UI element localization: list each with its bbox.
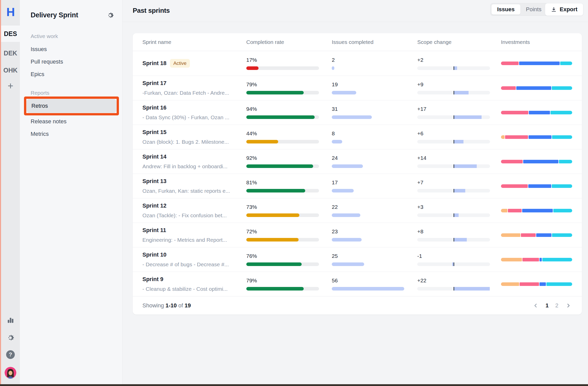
scope-center-tick	[454, 140, 454, 143]
investments-bar	[501, 233, 572, 237]
table-row[interactable]: Sprint 18Active17%2+2	[133, 51, 582, 76]
workspace-rail: H DES DEK OHK + ?	[1, 0, 20, 386]
sprint-subtitle: Andrew: Fill in backlog + onboardi...	[142, 163, 246, 170]
scope-center-tick	[454, 287, 454, 291]
sidebar-item-release-notes[interactable]: Release notes	[31, 118, 67, 125]
workspace-tab-dek[interactable]: DEK	[1, 45, 20, 61]
investment-segment-blue	[516, 86, 552, 90]
metrics-rail-button[interactable]	[1, 316, 20, 324]
showing-range: 1-10	[166, 302, 177, 309]
completion-cell: 17%	[246, 57, 332, 70]
table-footer: Showing 1-10 of 19 1 2	[133, 296, 582, 315]
showing-summary: Showing 1-10 of 19	[142, 302, 191, 309]
investment-segment-pink	[501, 184, 528, 188]
sidebar-item-pull-requests[interactable]: Pull requests	[31, 58, 63, 65]
chevron-right-icon[interactable]	[565, 302, 572, 309]
scope-change-cell: +8	[417, 228, 501, 242]
sprints-table-card: Sprint name Completion rate Issues compl…	[133, 33, 582, 315]
table-row[interactable]: Sprint 13Ozan, Furkan, Kan: static repor…	[133, 174, 582, 198]
showing-total: 19	[185, 302, 191, 309]
investment-segment-cyan	[550, 111, 572, 114]
issues-completed-cell: 22	[332, 204, 417, 217]
sidebar-item-metrics[interactable]: Metrics	[31, 131, 49, 137]
annotation-highlight-box: Retros	[24, 96, 119, 115]
issues-completed-value: 25	[332, 253, 417, 259]
add-workspace-button[interactable]: +	[1, 80, 20, 91]
investment-segment-pink	[501, 160, 523, 163]
table-row[interactable]: Sprint 15Ozan (block): 1. Bugs 2. Milest…	[133, 125, 582, 149]
completion-bar-fill	[246, 91, 304, 94]
issues-completed-value: 17	[332, 179, 417, 186]
completion-bar-fill	[246, 262, 302, 266]
sprint-name: Sprint 11	[142, 227, 166, 234]
table-row[interactable]: Sprint 9- Cleanup & stabilize - Cost opt…	[133, 272, 582, 296]
investments-cell	[501, 184, 572, 188]
scope-change-value: -1	[417, 253, 501, 259]
sprint-name-cell: Sprint 11Engineering: - Metrics and Repo…	[142, 227, 246, 243]
avatar-image	[5, 367, 16, 379]
completion-cell: 72%	[246, 228, 332, 242]
scope-change-fill	[454, 287, 490, 291]
page-number-2[interactable]: 2	[555, 302, 558, 309]
sprint-name-cell: Sprint 9- Cleanup & stabilize - Cost opt…	[142, 276, 246, 292]
scope-change-cell: +22	[417, 278, 501, 291]
sprint-subtitle: Engineering: - Metrics and Report...	[142, 237, 246, 243]
completion-cell: 79%	[246, 81, 332, 94]
toggle-issues[interactable]: Issues	[492, 4, 520, 15]
completion-value: 94%	[246, 106, 332, 112]
workspace-tab-des[interactable]: DES	[1, 26, 20, 42]
sprint-name: Sprint 15	[142, 129, 166, 136]
investment-segment-cyan	[553, 209, 572, 212]
scope-change-fill	[454, 213, 459, 217]
sidebar-item-retros[interactable]: Retros	[27, 99, 116, 113]
screen-bottom-edge	[0, 384, 588, 386]
completion-cell: 76%	[246, 253, 332, 266]
completion-bar-fill	[246, 287, 304, 291]
table-row[interactable]: Sprint 14Andrew: Fill in backlog + onboa…	[133, 149, 582, 174]
export-button[interactable]: Export	[545, 3, 583, 16]
toggle-points[interactable]: Points	[520, 4, 547, 15]
table-row[interactable]: Sprint 11Engineering: - Metrics and Repo…	[133, 223, 582, 247]
sidebar-item-epics[interactable]: Epics	[31, 71, 44, 78]
scope-change-value: +14	[417, 155, 501, 161]
completion-bar	[246, 91, 319, 94]
issues-completed-cell: 56	[332, 278, 417, 291]
completion-cell: 92%	[246, 155, 332, 168]
completion-bar	[246, 213, 319, 217]
investment-segment-pink	[522, 258, 539, 261]
completion-bar	[246, 140, 319, 143]
issues-completed-value: 19	[332, 81, 417, 88]
completion-bar-fill	[246, 66, 259, 70]
scope-center-tick	[454, 213, 454, 217]
investment-segment-blue	[540, 282, 546, 286]
project-settings-button[interactable]	[106, 11, 114, 19]
investment-segment-blue	[536, 233, 552, 237]
sprint-name: Sprint 12	[142, 202, 166, 209]
bar-chart-icon	[6, 316, 15, 324]
investments-bar	[501, 111, 572, 114]
issues-completed-cell: 24	[332, 155, 417, 168]
chevron-left-icon[interactable]	[532, 302, 539, 309]
investment-segment-pink	[520, 282, 539, 286]
user-avatar[interactable]	[1, 367, 20, 379]
table-row[interactable]: Sprint 17-Furkan, Ozan: Data Fetch - And…	[133, 76, 582, 100]
table-row[interactable]: Sprint 12Ozan (Tackle): - Fix confusion …	[133, 198, 582, 223]
investment-segment-cyan	[542, 258, 572, 261]
scope-change-cell: +6	[417, 130, 501, 143]
app-logo[interactable]: H	[1, 5, 20, 19]
scope-change-value: +17	[417, 106, 501, 112]
project-title: Delivery Sprint	[31, 11, 78, 19]
table-row[interactable]: Sprint 10- Decrease # of bugs - Decrease…	[133, 247, 582, 272]
scope-change-value: +22	[417, 278, 501, 284]
sidebar-item-issues[interactable]: Issues	[31, 46, 47, 53]
investments-cell	[501, 160, 572, 163]
page-number-1[interactable]: 1	[546, 302, 549, 309]
settings-rail-button[interactable]	[1, 333, 20, 342]
sprint-name-cell: Sprint 12Ozan (Tackle): - Fix confusion …	[142, 202, 246, 219]
workspace-tab-ohk[interactable]: OHK	[1, 62, 20, 78]
investments-bar	[501, 209, 572, 212]
table-row[interactable]: Sprint 16- Data Sync (30%) - Furkan, Oza…	[133, 100, 582, 125]
scope-change-value: +2	[417, 57, 501, 63]
scope-change-value: +3	[417, 204, 501, 210]
help-rail-button[interactable]: ?	[1, 350, 20, 359]
